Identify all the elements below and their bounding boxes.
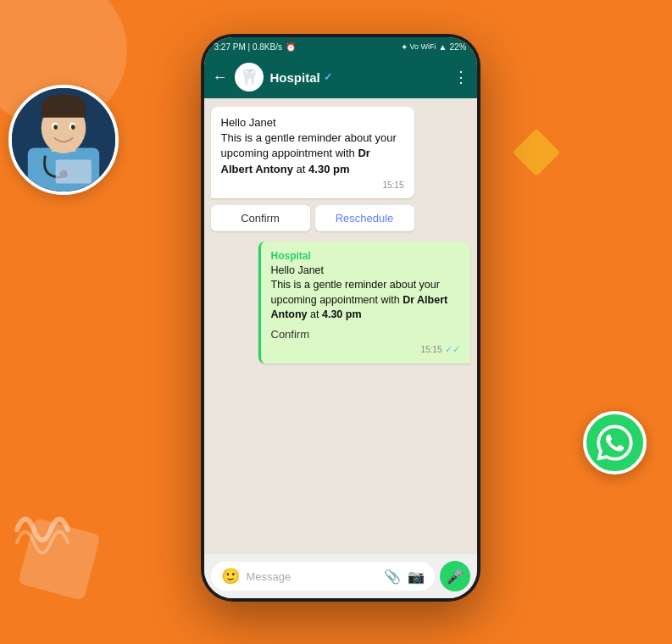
verified-badge: ✓ (324, 71, 332, 83)
svg-rect-11 (56, 159, 92, 183)
status-bar: 3:27 PM | 0.8KB/s ⏰ ✦ Vo WiFi ▲ 22% (204, 37, 477, 56)
svg-point-9 (71, 125, 75, 130)
outgoing-message-text: Hello Janet This is a gentle reminder ab… (271, 264, 460, 323)
bg-diamond (513, 129, 561, 177)
action-buttons: Confirm Reschedule (211, 205, 414, 231)
whatsapp-logo (583, 411, 647, 475)
contact-name: Hospital ✓ (270, 70, 447, 85)
clock-icon: ⏰ (286, 42, 296, 52)
message-input[interactable]: Message (247, 570, 377, 583)
phone-screen: 3:27 PM | 0.8KB/s ⏰ ✦ Vo WiFi ▲ 22% ← 🦷 (204, 37, 477, 598)
contact-info: Hospital ✓ (270, 70, 447, 85)
svg-rect-5 (42, 106, 86, 118)
input-field-wrapper: 🙂 Message 📎 📷 (211, 562, 435, 591)
phone-wrapper: 3:27 PM | 0.8KB/s ⏰ ✦ Vo WiFi ▲ 22% ← 🦷 (184, 34, 489, 610)
mic-icon: 🎤 (447, 569, 464, 585)
confirm-button[interactable]: Confirm (211, 205, 310, 231)
chat-header: ← 🦷 Hospital ✓ ⋮ (204, 56, 477, 98)
whatsapp-icon (596, 424, 634, 462)
doctor-avatar (8, 85, 119, 195)
incoming-message-time: 15:15 (221, 180, 404, 190)
status-icons: ✦ Vo WiFi ▲ 22% (401, 42, 467, 52)
message-input-bar: 🙂 Message 📎 📷 🎤 (204, 554, 477, 598)
attach-icon[interactable]: 📎 (384, 569, 401, 585)
chat-area: Hello Janet This is a gentle reminder ab… (204, 98, 477, 554)
double-tick-icon: ✓✓ (445, 344, 460, 355)
status-time: 3:27 PM | 0.8KB/s ⏰ (214, 42, 296, 52)
svg-point-8 (53, 125, 58, 130)
wave-decoration (13, 500, 72, 559)
reschedule-button[interactable]: Reschedule (315, 205, 414, 231)
incoming-message-bubble: Hello Janet This is a gentle reminder ab… (211, 107, 414, 198)
signal-icon: ▲ (439, 42, 447, 52)
outgoing-message-time: 15:15 ✓✓ (271, 344, 460, 355)
phone-frame: 3:27 PM | 0.8KB/s ⏰ ✦ Vo WiFi ▲ 22% ← 🦷 (201, 34, 480, 602)
mic-button[interactable]: 🎤 (440, 561, 470, 591)
contact-avatar: 🦷 (235, 63, 264, 92)
incoming-message-text: Hello Janet This is a gentle reminder ab… (221, 115, 404, 177)
outgoing-confirm-label: Confirm (271, 328, 460, 341)
outgoing-sender-name: Hospital (271, 250, 460, 262)
outgoing-message-bubble: Hospital Hello Janet This is a gentle re… (258, 242, 470, 364)
menu-dots-icon[interactable]: ⋮ (453, 68, 469, 86)
camera-icon[interactable]: 📷 (408, 569, 425, 585)
bluetooth-icon: ✦ (401, 42, 408, 52)
emoji-icon[interactable]: 🙂 (221, 567, 240, 586)
back-arrow-icon[interactable]: ← (213, 69, 228, 86)
